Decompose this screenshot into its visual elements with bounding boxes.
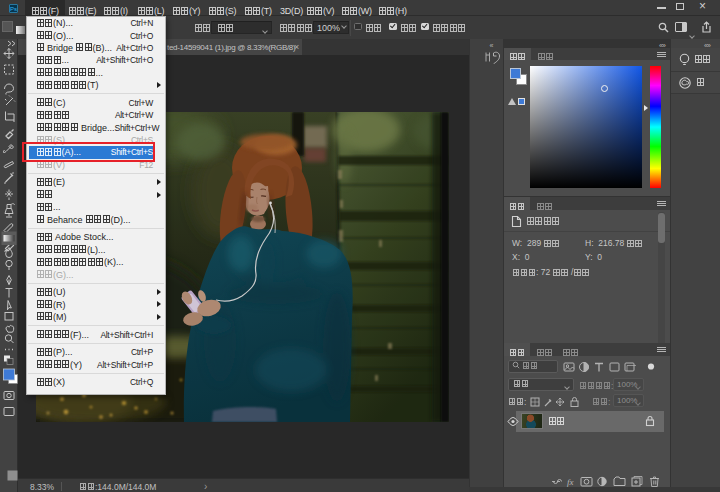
svg-text:fx: fx — [567, 477, 574, 487]
